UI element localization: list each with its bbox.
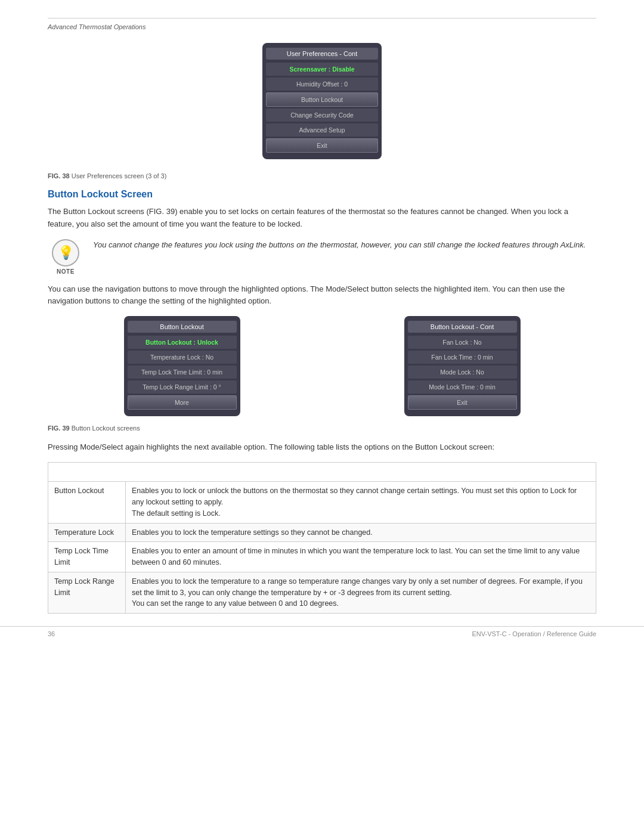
- table-cell-name: Temp Lock Range Limit: [48, 572, 126, 613]
- note-text: You cannot change the features you lock …: [93, 239, 586, 252]
- lockout-screen2-title: Button Lockout - Cont: [408, 321, 517, 333]
- table-cell-desc: Enables you to lock or unlock the button…: [126, 482, 596, 523]
- screen-row-exit: Exit: [266, 138, 378, 153]
- page-header: Advanced Thermostat Operations: [48, 23, 145, 30]
- table-cell-desc: Enables you to lock the temperature sett…: [126, 523, 596, 542]
- table-header: Button Lockout Screen Options: [48, 462, 596, 482]
- fig39-caption: FIG. 39 Button Lockout screens: [48, 425, 596, 432]
- lockout-row-temp-time: Temp Lock Time Limit : 0 min: [128, 366, 237, 379]
- table-row: Temperature Lock Enables you to lock the…: [48, 523, 596, 542]
- screen-row-lockout: Button Lockout: [266, 92, 378, 107]
- lockout-row-exit: Exit: [408, 395, 517, 410]
- lockout-row-fan-time: Fan Lock Time : 0 min: [408, 351, 517, 364]
- table-row: Temp Lock Range Limit Enables you to loc…: [48, 572, 596, 613]
- table-row: Temp Lock Time Limit Enables you to ente…: [48, 542, 596, 572]
- lockout-row-mode-lock: Mode Lock : No: [408, 366, 517, 379]
- table-cell-name: Button Lockout: [48, 482, 126, 523]
- lockout-screen-1: Button Lockout Button Lockout : Unlock T…: [124, 316, 240, 416]
- para2: You can use the navigation buttons to mo…: [48, 283, 596, 308]
- fig38-caption: FIG. 38 User Preferences screen (3 of 3): [48, 172, 596, 179]
- footer: 36 ENV-VST-C - Operation / Reference Gui…: [0, 626, 644, 637]
- lockout-screen1-title: Button Lockout: [128, 321, 237, 333]
- lockout-screen-2: Button Lockout - Cont Fan Lock : No Fan …: [404, 316, 521, 416]
- section-title: Button Lockout Screen: [48, 189, 596, 200]
- screen-row-advanced: Advanced Setup: [266, 123, 378, 137]
- lockout-row-unlock: Button Lockout : Unlock: [128, 336, 237, 349]
- lockout-screens-row: Button Lockout Button Lockout : Unlock T…: [48, 316, 596, 420]
- table-cell-desc: Enables you to lock the temperature to a…: [126, 572, 596, 613]
- table-cell-desc: Enables you to enter an amount of time i…: [126, 542, 596, 572]
- note-icon-wrap: 💡 NOTE: [48, 239, 83, 275]
- options-table: Button Lockout Screen Options Button Loc…: [48, 462, 596, 614]
- user-prefs-screen: User Preferences - Cont Screensaver : Di…: [262, 43, 382, 163]
- table-cell-name: Temperature Lock: [48, 523, 126, 542]
- lockout-row-mode-time: Mode Lock Time : 0 min: [408, 380, 517, 394]
- lockout-row-temp-range: Temp Lock Range Limit : 0 °: [128, 380, 237, 394]
- doc-title: ENV-VST-C - Operation / Reference Guide: [472, 630, 596, 637]
- screen-row-humidity: Humidity Offset : 0: [266, 78, 378, 91]
- para1: The Button Lockout screens (FIG. 39) ena…: [48, 206, 596, 231]
- lockout-row-more: More: [128, 395, 237, 410]
- note-box: 💡 NOTE You cannot change the features yo…: [48, 239, 596, 275]
- table-cell-name: Temp Lock Time Limit: [48, 542, 126, 572]
- table-row: Button Lockout Enables you to lock or un…: [48, 482, 596, 523]
- note-icon: 💡: [52, 239, 79, 267]
- page-number: 36: [48, 630, 55, 637]
- para3: Pressing Mode/Select again highlights th…: [48, 441, 596, 454]
- note-label: NOTE: [57, 268, 75, 275]
- screen-row-screensaver: Screensaver : Disable: [266, 63, 378, 76]
- lockout-row-temp: Temperature Lock : No: [128, 351, 237, 364]
- lockout-row-fan-lock: Fan Lock : No: [408, 336, 517, 349]
- screen-title: User Preferences - Cont: [266, 48, 378, 60]
- screen-row-security: Change Security Code: [266, 109, 378, 122]
